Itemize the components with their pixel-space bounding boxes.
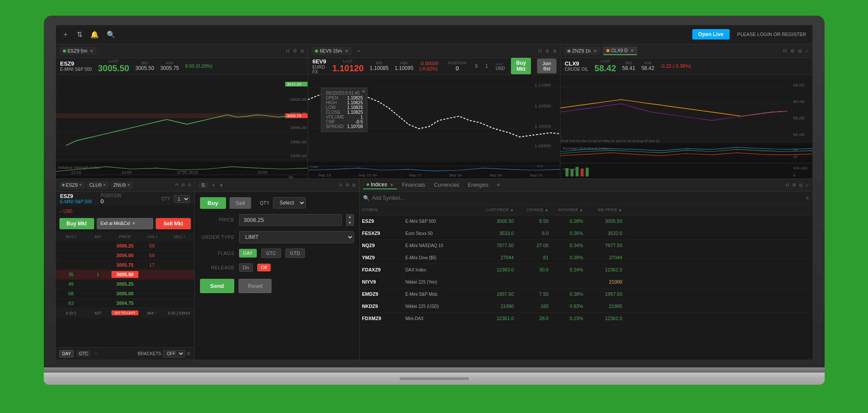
- otp-flag-day-button[interactable]: DAY: [239, 249, 257, 258]
- sort-icon[interactable]: ⇅: [77, 30, 82, 39]
- add-icon[interactable]: ＋: [62, 30, 69, 39]
- wl-row-2[interactable]: NQZ9 E-Mini NASDAQ 10 7877.50 27.00 0.34…: [360, 240, 812, 252]
- chart-icon-fullscreen3[interactable]: ⤢: [805, 48, 809, 54]
- wl-row-5[interactable]: NIYV9 Nikkei 225 (Yen) 21000: [360, 276, 812, 288]
- wl-row-4[interactable]: FDAXZ9 DAX Index 12363.0 30.0 0.24% 1236…: [360, 264, 812, 276]
- wl-view-icon[interactable]: ≡: [806, 195, 809, 201]
- wl-row-0[interactable]: ESZ9 E-Mini S&P 500 3005.50 8.50 0.28% 3…: [360, 215, 812, 228]
- wl-icon-fullscreen[interactable]: ⤢: [805, 182, 809, 188]
- dom-row-3[interactable]: 3005.75 17: [56, 261, 194, 270]
- wl-icon-settings[interactable]: ⚙: [792, 182, 796, 188]
- wl-add-tab-icon[interactable]: ＋: [495, 181, 501, 189]
- znu9-tab-close[interactable]: ✕: [127, 183, 131, 187]
- otp-send-button[interactable]: Send: [200, 279, 235, 293]
- otp-close-icon[interactable]: ✕: [219, 183, 223, 188]
- exit-dropdown-arrow[interactable]: ▼: [132, 221, 136, 226]
- chart-icon-settings2[interactable]: ⚙: [545, 48, 550, 54]
- otp-release-on-button[interactable]: On: [239, 263, 253, 272]
- tooltip-close-icon[interactable]: ✕: [362, 89, 365, 94]
- dom-row-1[interactable]: 3006.25 59: [56, 241, 194, 251]
- otp-icon-settings[interactable]: ⚙: [345, 182, 350, 188]
- esz9-tab-close[interactable]: ✕: [79, 183, 82, 187]
- order-tab-clu9[interactable]: CLU9 ✕: [87, 182, 109, 188]
- obb-settings-icon[interactable]: ⚙: [187, 351, 191, 357]
- chart-tab-znz9[interactable]: ZNZ9 1h ✕: [564, 47, 600, 55]
- obb-brackets-select[interactable]: OFF ON: [163, 350, 185, 357]
- wl-tab-currencies[interactable]: Currencies: [431, 181, 463, 189]
- otp-buy-button[interactable]: Buy: [200, 197, 226, 209]
- obb-gtc-tag[interactable]: GTC: [76, 350, 91, 357]
- otp-add-icon[interactable]: ＋: [211, 182, 216, 189]
- otp-icon-popout[interactable]: ⧉: [352, 182, 356, 188]
- wl-row-7[interactable]: NKDZ9 Nikkei 225 (USD) 21990 180 0.83% 2…: [360, 301, 812, 313]
- chart-icon-settings3[interactable]: ⚙: [790, 48, 795, 54]
- laptop-hinge: [44, 367, 825, 373]
- wl-row-3[interactable]: YMZ9 E-Mini Dow ($5) 27044 81 0.30% 2704…: [360, 252, 812, 264]
- chart-icon-popout[interactable]: ⧉: [301, 48, 304, 54]
- dom-row-2[interactable]: 3006.00 58: [56, 251, 194, 261]
- chart-icon-h3[interactable]: H: [783, 48, 787, 54]
- order-exit-button[interactable]: Exit at Mkt&Cxl ▼: [97, 218, 154, 229]
- indices-close-icon[interactable]: ✕: [390, 182, 393, 187]
- wl-cell-last-8: 12361.0: [475, 316, 514, 321]
- chart-icon-h2[interactable]: H: [538, 48, 542, 54]
- obb-day-tag[interactable]: DAY: [59, 350, 74, 357]
- order-tab-znu9[interactable]: ZNU9 ✕: [111, 182, 133, 188]
- order-icon-popout[interactable]: ⧉: [188, 182, 191, 188]
- search-icon[interactable]: 🔍: [107, 30, 115, 39]
- wl-tab-indices[interactable]: Indices ✕: [363, 181, 397, 189]
- otp-sell-button[interactable]: Sell: [229, 197, 251, 209]
- order-icon-settings[interactable]: ⚙: [181, 182, 185, 188]
- otp-icon-h[interactable]: H: [339, 182, 343, 188]
- otp-flags-label: FLAGS: [200, 251, 235, 256]
- otp-release-off-button[interactable]: Off: [257, 264, 270, 271]
- 6ev9-buy-mkt-button[interactable]: Buy Mkt: [511, 58, 531, 74]
- svg-rect-59: [560, 164, 812, 178]
- wl-icon-popout[interactable]: ⧉: [799, 182, 802, 188]
- otp-price-up-button[interactable]: ▲: [346, 214, 354, 220]
- dom-go-to-last-button[interactable]: GO TO LAST: [111, 311, 138, 315]
- open-live-button[interactable]: Open Live: [692, 29, 730, 40]
- chart-icon-h[interactable]: H: [286, 48, 289, 54]
- order-tab-esz9[interactable]: ESZ9 ✕: [59, 182, 85, 188]
- otp-qty-select[interactable]: Select 1 5: [273, 197, 306, 208]
- wl-row-1[interactable]: FESXZ9 Euro Stoxx 50 3533.0 9.0 0.26% 35…: [360, 228, 812, 240]
- otp-price-input[interactable]: [239, 214, 342, 226]
- esz9-symbol: ESZ9: [60, 60, 92, 67]
- esz9-tab-close[interactable]: ✕: [90, 49, 93, 53]
- otp-flag-gtd-button[interactable]: GTD: [285, 248, 305, 258]
- order-buy-mkt-button[interactable]: Buy Mkt: [59, 218, 94, 229]
- otp-s-tab[interactable]: S: [198, 182, 208, 188]
- dom-row-highlight[interactable]: 35 1 3005.50: [56, 270, 194, 280]
- wl-icon-h[interactable]: H: [786, 182, 789, 188]
- wl-tab-financials[interactable]: Financials: [399, 181, 429, 189]
- dom-row-5[interactable]: 58 3005.00: [56, 289, 194, 299]
- order-sell-mkt-button[interactable]: Sell Mkt: [156, 218, 190, 229]
- chart-tab-clx9d[interactable]: CLX9 D ✕: [603, 46, 638, 55]
- clu9-tab-close[interactable]: ✕: [103, 183, 106, 187]
- chart-tab-esz9[interactable]: ESZ9 5m ✕: [59, 47, 97, 55]
- 6ev9-tab-close[interactable]: ✕: [345, 49, 348, 53]
- wl-tab-energies[interactable]: Energies: [465, 181, 492, 189]
- chart-icon-popout2[interactable]: ⧉: [553, 48, 557, 54]
- chart-icon-popout3[interactable]: ⧉: [798, 48, 802, 54]
- znz9-tab-close[interactable]: ✕: [593, 49, 597, 53]
- order-icon-h[interactable]: H: [175, 182, 178, 188]
- chart-icon-settings[interactable]: ⚙: [293, 48, 297, 54]
- chart-tab-6ev9[interactable]: 6EV9 15m ✕: [311, 47, 351, 55]
- otp-price-down-button[interactable]: ▼: [346, 220, 354, 226]
- order-qty-select[interactable]: 1 2 5: [174, 195, 190, 203]
- clx9d-tab-close[interactable]: ✕: [630, 48, 634, 53]
- wl-search-input[interactable]: [372, 195, 803, 201]
- otp-reset-button[interactable]: Reset: [239, 279, 272, 293]
- wl-row-6[interactable]: EMDZ9 E-Mini S&P Midc 1957.50 7.50 0.38%…: [360, 288, 812, 301]
- obb-star-icon[interactable]: ☆: [93, 350, 98, 357]
- chart-add-icon-2[interactable]: ＋: [356, 47, 361, 55]
- bell-icon[interactable]: 🔔: [90, 30, 99, 39]
- otp-flag-gtc-button[interactable]: GTC: [261, 248, 281, 258]
- 6ev9-join-bid-button[interactable]: Join Bid: [537, 59, 556, 73]
- otp-order-type-select[interactable]: LIMIT MARKET STOP: [239, 231, 354, 243]
- dom-row-4[interactable]: 49 3005.25: [56, 280, 194, 289]
- dom-row-6[interactable]: 63 3004.75: [56, 299, 194, 308]
- wl-row-8[interactable]: FDXMZ9 Mini-DAX 12361.0 28.0 0.23% 12362…: [360, 313, 812, 325]
